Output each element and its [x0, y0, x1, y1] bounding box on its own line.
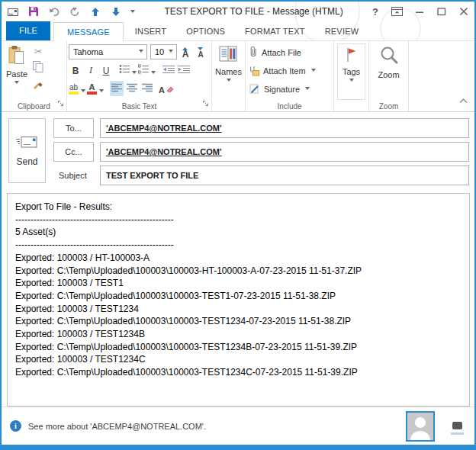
paste-dropdown-icon[interactable]	[14, 81, 19, 86]
subject-field[interactable]: TEST EXPORT TO FILE	[100, 166, 469, 185]
send-envelope-icon	[15, 135, 39, 152]
collapse-ribbon-button[interactable]	[459, 93, 468, 107]
people-pane-underline	[451, 432, 464, 435]
attach-file-button[interactable]: Attach File	[247, 43, 332, 62]
body-line: Exported: 100003 / TEST1234C	[15, 353, 462, 366]
message-header: Send To... 'ABCEMP4@NOTREAL.COM' Cc... '…	[2, 112, 474, 190]
eraser-icon	[166, 84, 174, 95]
ribbon-display-options-button[interactable]	[391, 7, 403, 16]
align-right-button[interactable]	[140, 81, 154, 96]
format-painter-button[interactable]	[31, 78, 46, 92]
body-line: ----------------------------------------…	[15, 214, 462, 227]
scissors-icon: ✂	[34, 46, 43, 57]
ribbon-spacer	[409, 41, 474, 111]
tags-dropdown-icon[interactable]	[349, 79, 354, 84]
attach-item-button[interactable]: Attach Item	[247, 62, 332, 80]
body-line: ----------------------------------------…	[15, 239, 462, 252]
numbering-button[interactable]	[138, 63, 156, 78]
grow-font-button[interactable]: A	[178, 44, 192, 59]
decrease-indent-button[interactable]	[162, 63, 175, 78]
names-button[interactable]: Names	[212, 43, 245, 100]
tab-message[interactable]: MESSAGE	[53, 22, 124, 41]
body-line: Exported: 100003 / TEST1234B	[15, 328, 462, 341]
flag-icon	[346, 47, 357, 65]
chevron-down-icon	[305, 87, 310, 92]
quick-access-toolbar	[7, 5, 135, 18]
send-button[interactable]: Send	[8, 118, 46, 183]
undo-button[interactable]	[48, 5, 60, 18]
bold-button[interactable]: B	[69, 63, 82, 78]
clipboard-dialog-launcher[interactable]	[58, 96, 64, 110]
body-line: Exported: C:\Temp\Uploaded\100003\100003…	[15, 341, 462, 354]
title-bar: TEST EXPORT TO FILE - Message (HTML) ?	[2, 2, 474, 21]
clear-formatting-button[interactable]: A	[159, 81, 174, 96]
align-center-button[interactable]	[125, 81, 139, 96]
address-book-icon	[219, 45, 239, 65]
underline-button[interactable]: U	[99, 63, 113, 78]
cc-button[interactable]: Cc...	[53, 142, 94, 162]
tab-insert[interactable]: INSERT	[125, 22, 176, 40]
bullets-button[interactable]	[119, 63, 137, 78]
shrink-font-button[interactable]: A	[194, 44, 207, 59]
cut-button[interactable]: ✂	[31, 44, 46, 59]
maximize-button[interactable]	[437, 8, 446, 16]
chevron-down-icon	[81, 89, 85, 95]
see-more-link[interactable]: See more about 'ABCEMP4@NOTREAL.COM'.	[28, 422, 206, 431]
body-line: Exported: 100003 / TEST1234	[15, 303, 462, 316]
ribbon-tab-row: FILE MESSAGE INSERT OPTIONS FORMAT TEXT …	[2, 21, 474, 41]
font-color-bar	[87, 92, 97, 95]
basic-text-group: Tahoma 10 A A B I U	[67, 41, 212, 111]
tags-group: Tags	[334, 41, 369, 111]
paste-button[interactable]: Paste	[3, 43, 31, 100]
tab-review[interactable]: REVIEW	[315, 22, 369, 40]
cc-field[interactable]: 'ABCEMP4@NOTREAL.COM'	[100, 142, 469, 162]
align-left-button[interactable]	[110, 81, 124, 96]
body-line: Exported: C:\Temp\Uploaded\100003\100003…	[15, 366, 462, 379]
decrease-indent-icon	[162, 65, 175, 76]
body-line: Export To File - Results:	[15, 201, 462, 214]
format-painter-icon	[33, 79, 44, 92]
info-icon: i	[10, 420, 21, 432]
include-group: Attach File Attach Item Signature Includ…	[246, 41, 334, 111]
body-line: Exported: 100003 / HT-100003-A	[15, 252, 462, 265]
names-dropdown-icon[interactable]	[227, 79, 231, 84]
to-field[interactable]: 'ABCEMP4@NOTREAL.COM'	[100, 118, 469, 138]
close-button[interactable]	[459, 7, 468, 16]
font-name-combobox[interactable]: Tahoma	[69, 44, 147, 59]
paperclip-icon	[249, 46, 258, 59]
magnifier-icon	[378, 45, 400, 68]
move-up-button[interactable]	[89, 5, 101, 18]
paste-icon	[8, 45, 25, 67]
tab-options[interactable]: OPTIONS	[176, 22, 235, 40]
contact-avatar[interactable]	[406, 411, 435, 442]
move-down-button[interactable]	[110, 5, 122, 18]
italic-button[interactable]: I	[84, 63, 98, 78]
font-color-button[interactable]: A	[87, 81, 104, 96]
basic-text-dialog-launcher[interactable]	[203, 96, 209, 110]
ribbon: Paste ✂ Clipboard Tahoma	[2, 41, 474, 112]
align-center-icon	[127, 83, 138, 95]
chevron-down-icon	[139, 50, 143, 55]
save-button[interactable]	[27, 5, 40, 18]
tags-button[interactable]: Tags	[337, 43, 365, 100]
window-controls: ?	[372, 6, 468, 18]
signature-button[interactable]: Signature	[247, 80, 332, 98]
text-highlight-button[interactable]: ab	[69, 81, 85, 96]
increase-indent-icon	[178, 65, 191, 76]
people-pane-toggle[interactable]	[451, 422, 464, 435]
to-button[interactable]: To...	[53, 118, 94, 138]
increase-indent-button[interactable]	[177, 63, 191, 78]
message-body[interactable]: Export To File - Results: --------------…	[7, 193, 470, 407]
body-line: 5 Asset(s)	[15, 226, 462, 239]
subject-label: Subject	[53, 171, 94, 180]
numbered-list-icon	[138, 64, 150, 76]
chevron-down-icon	[132, 71, 137, 76]
copy-button[interactable]	[31, 61, 46, 76]
minimize-button[interactable]	[416, 8, 424, 16]
help-button[interactable]: ?	[372, 6, 378, 18]
font-size-combobox[interactable]: 10	[150, 44, 177, 59]
tab-format-text[interactable]: FORMAT TEXT	[235, 22, 315, 40]
redo-button[interactable]	[69, 5, 81, 18]
zoom-button[interactable]: Zoom	[375, 43, 402, 100]
tab-file[interactable]: FILE	[6, 21, 50, 40]
